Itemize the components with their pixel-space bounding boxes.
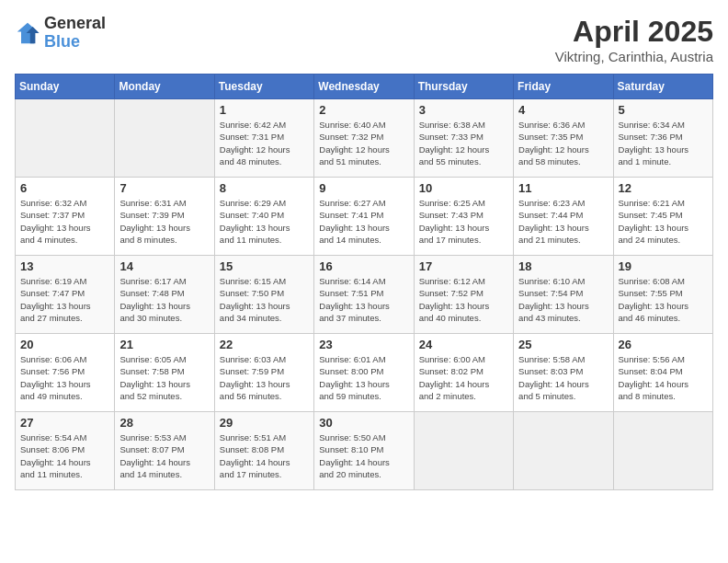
calendar-cell: 8Sunrise: 6:29 AM Sunset: 7:40 PM Daylig… <box>214 178 313 256</box>
calendar-cell: 4Sunrise: 6:36 AM Sunset: 7:35 PM Daylig… <box>514 99 613 178</box>
day-number: 1 <box>220 103 309 117</box>
weekday-header: Wednesday <box>314 75 414 99</box>
calendar-cell: 15Sunrise: 6:15 AM Sunset: 7:50 PM Dayli… <box>214 256 313 334</box>
calendar-cell: 10Sunrise: 6:25 AM Sunset: 7:43 PM Dayli… <box>414 178 513 256</box>
day-info: Sunrise: 6:17 AM Sunset: 7:48 PM Dayligh… <box>119 275 209 324</box>
calendar-cell: 16Sunrise: 6:14 AM Sunset: 7:51 PM Dayli… <box>314 256 414 334</box>
weekday-header: Monday <box>115 75 214 99</box>
day-number: 18 <box>518 259 608 273</box>
weekday-header: Saturday <box>613 75 712 99</box>
day-number: 30 <box>319 416 408 430</box>
calendar-cell: 27Sunrise: 5:54 AM Sunset: 8:06 PM Dayli… <box>16 412 115 490</box>
calendar-cell: 7Sunrise: 6:31 AM Sunset: 7:39 PM Daylig… <box>115 178 214 256</box>
day-info: Sunrise: 6:25 AM Sunset: 7:43 PM Dayligh… <box>419 197 508 246</box>
calendar-week-row: 20Sunrise: 6:06 AM Sunset: 7:56 PM Dayli… <box>16 334 713 412</box>
day-info: Sunrise: 5:50 AM Sunset: 8:10 PM Dayligh… <box>319 431 408 480</box>
calendar-cell: 13Sunrise: 6:19 AM Sunset: 7:47 PM Dayli… <box>16 256 115 334</box>
day-info: Sunrise: 5:53 AM Sunset: 8:07 PM Dayligh… <box>119 431 209 480</box>
weekday-header: Thursday <box>414 75 513 99</box>
day-number: 12 <box>619 181 708 195</box>
calendar-cell: 23Sunrise: 6:01 AM Sunset: 8:00 PM Dayli… <box>314 334 414 412</box>
calendar-week-row: 27Sunrise: 5:54 AM Sunset: 8:06 PM Dayli… <box>16 412 713 490</box>
day-info: Sunrise: 5:51 AM Sunset: 8:08 PM Dayligh… <box>220 431 309 480</box>
calendar-cell: 29Sunrise: 5:51 AM Sunset: 8:08 PM Dayli… <box>214 412 313 490</box>
day-number: 2 <box>319 103 408 117</box>
day-number: 21 <box>119 338 209 351</box>
calendar-cell: 30Sunrise: 5:50 AM Sunset: 8:10 PM Dayli… <box>314 412 414 490</box>
day-number: 4 <box>518 103 608 117</box>
calendar-cell: 17Sunrise: 6:12 AM Sunset: 7:52 PM Dayli… <box>414 256 513 334</box>
calendar-cell: 3Sunrise: 6:38 AM Sunset: 7:33 PM Daylig… <box>414 99 513 178</box>
title-area: April 2025 Viktring, Carinthia, Austria <box>555 15 713 64</box>
calendar-cell: 28Sunrise: 5:53 AM Sunset: 8:07 PM Dayli… <box>115 412 214 490</box>
logo: General Blue <box>15 15 106 52</box>
day-number: 19 <box>619 259 708 273</box>
header: General Blue April 2025 Viktring, Carint… <box>15 15 713 64</box>
day-info: Sunrise: 5:54 AM Sunset: 8:06 PM Dayligh… <box>20 431 109 480</box>
weekday-header: Friday <box>514 75 613 99</box>
day-number: 17 <box>419 259 508 273</box>
day-number: 23 <box>319 338 408 351</box>
calendar-cell: 9Sunrise: 6:27 AM Sunset: 7:41 PM Daylig… <box>314 178 414 256</box>
day-info: Sunrise: 6:31 AM Sunset: 7:39 PM Dayligh… <box>119 197 209 246</box>
day-number: 16 <box>319 259 408 273</box>
day-number: 24 <box>419 338 508 351</box>
day-info: Sunrise: 6:00 AM Sunset: 8:02 PM Dayligh… <box>419 353 508 402</box>
day-info: Sunrise: 6:10 AM Sunset: 7:54 PM Dayligh… <box>518 275 608 324</box>
day-number: 9 <box>319 181 408 195</box>
calendar-week-row: 1Sunrise: 6:42 AM Sunset: 7:31 PM Daylig… <box>16 99 713 178</box>
day-number: 11 <box>518 181 608 195</box>
day-info: Sunrise: 6:12 AM Sunset: 7:52 PM Dayligh… <box>419 275 508 324</box>
calendar-cell: 12Sunrise: 6:21 AM Sunset: 7:45 PM Dayli… <box>613 178 712 256</box>
day-info: Sunrise: 5:56 AM Sunset: 8:04 PM Dayligh… <box>619 353 708 402</box>
calendar-cell <box>16 99 115 178</box>
day-number: 10 <box>419 181 508 195</box>
day-number: 20 <box>20 338 109 351</box>
day-info: Sunrise: 6:23 AM Sunset: 7:44 PM Dayligh… <box>518 197 608 246</box>
calendar-cell <box>115 99 214 178</box>
calendar-cell: 6Sunrise: 6:32 AM Sunset: 7:37 PM Daylig… <box>16 178 115 256</box>
day-number: 26 <box>619 338 708 351</box>
day-info: Sunrise: 6:19 AM Sunset: 7:47 PM Dayligh… <box>20 275 109 324</box>
weekday-header-row: SundayMondayTuesdayWednesdayThursdayFrid… <box>16 75 713 99</box>
day-info: Sunrise: 6:05 AM Sunset: 7:58 PM Dayligh… <box>119 353 209 402</box>
calendar-cell: 18Sunrise: 6:10 AM Sunset: 7:54 PM Dayli… <box>514 256 613 334</box>
day-info: Sunrise: 6:27 AM Sunset: 7:41 PM Dayligh… <box>319 197 408 246</box>
day-number: 8 <box>220 181 309 195</box>
calendar-cell: 2Sunrise: 6:40 AM Sunset: 7:32 PM Daylig… <box>314 99 414 178</box>
calendar-cell: 19Sunrise: 6:08 AM Sunset: 7:55 PM Dayli… <box>613 256 712 334</box>
day-number: 28 <box>119 416 209 430</box>
day-number: 15 <box>220 259 309 273</box>
location-subtitle: Viktring, Carinthia, Austria <box>555 49 713 64</box>
day-info: Sunrise: 6:06 AM Sunset: 7:56 PM Dayligh… <box>20 353 109 402</box>
calendar-cell: 26Sunrise: 5:56 AM Sunset: 8:04 PM Dayli… <box>613 334 712 412</box>
day-info: Sunrise: 5:58 AM Sunset: 8:03 PM Dayligh… <box>518 353 608 402</box>
calendar-cell: 20Sunrise: 6:06 AM Sunset: 7:56 PM Dayli… <box>16 334 115 412</box>
calendar-cell: 24Sunrise: 6:00 AM Sunset: 8:02 PM Dayli… <box>414 334 513 412</box>
logo-text: General Blue <box>44 15 106 52</box>
day-info: Sunrise: 6:38 AM Sunset: 7:33 PM Dayligh… <box>419 119 508 167</box>
day-number: 6 <box>20 181 109 195</box>
day-number: 29 <box>220 416 309 430</box>
weekday-header: Tuesday <box>214 75 313 99</box>
calendar-week-row: 6Sunrise: 6:32 AM Sunset: 7:37 PM Daylig… <box>16 178 713 256</box>
calendar-cell: 21Sunrise: 6:05 AM Sunset: 7:58 PM Dayli… <box>115 334 214 412</box>
logo-icon <box>15 20 40 46</box>
calendar-cell: 11Sunrise: 6:23 AM Sunset: 7:44 PM Dayli… <box>514 178 613 256</box>
day-info: Sunrise: 6:36 AM Sunset: 7:35 PM Dayligh… <box>518 119 608 167</box>
day-number: 22 <box>220 338 309 351</box>
day-info: Sunrise: 6:34 AM Sunset: 7:36 PM Dayligh… <box>619 119 708 167</box>
calendar-week-row: 13Sunrise: 6:19 AM Sunset: 7:47 PM Dayli… <box>16 256 713 334</box>
day-info: Sunrise: 6:08 AM Sunset: 7:55 PM Dayligh… <box>619 275 708 324</box>
calendar-cell: 5Sunrise: 6:34 AM Sunset: 7:36 PM Daylig… <box>613 99 712 178</box>
day-number: 14 <box>119 259 209 273</box>
calendar-cell <box>613 412 712 490</box>
calendar-cell: 25Sunrise: 5:58 AM Sunset: 8:03 PM Dayli… <box>514 334 613 412</box>
day-number: 7 <box>119 181 209 195</box>
calendar-cell <box>414 412 513 490</box>
day-info: Sunrise: 6:40 AM Sunset: 7:32 PM Dayligh… <box>319 119 408 167</box>
calendar-table: SundayMondayTuesdayWednesdayThursdayFrid… <box>15 74 713 490</box>
weekday-header: Sunday <box>16 75 115 99</box>
day-info: Sunrise: 6:32 AM Sunset: 7:37 PM Dayligh… <box>20 197 109 246</box>
day-info: Sunrise: 6:15 AM Sunset: 7:50 PM Dayligh… <box>220 275 309 324</box>
